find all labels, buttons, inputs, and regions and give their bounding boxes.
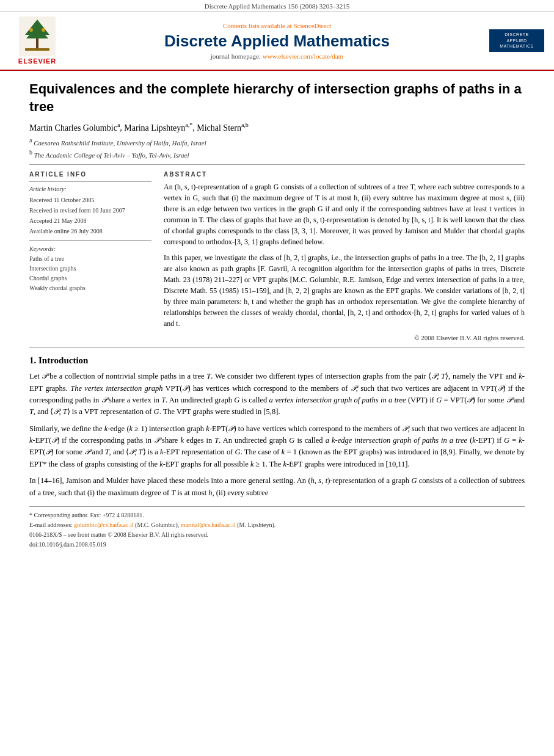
keywords-block: Keywords: Paths of a tree Intersection g… bbox=[29, 245, 151, 293]
left-column: ARTICLE INFO Article history: Received 1… bbox=[29, 171, 151, 341]
footnote-emails: E-mail addresses: golumbic@cs.haifa.ac.i… bbox=[29, 520, 525, 530]
journal-header-center: Contents lists available at ScienceDirec… bbox=[65, 22, 489, 60]
journal-homepage: journal homepage: www.elsevier.com/locat… bbox=[65, 53, 489, 60]
elsevier-tree-icon bbox=[19, 16, 56, 56]
article-body-two-col: ARTICLE INFO Article history: Received 1… bbox=[29, 171, 525, 341]
journal-header: ELSEVIER Contents lists available at Sci… bbox=[0, 12, 554, 71]
badge-text: DISCRETEAPPLIEDMATHEMATICS bbox=[492, 32, 542, 49]
journal-citation: Discrete Applied Mathematics 156 (2008) … bbox=[205, 2, 349, 10]
homepage-url[interactable]: www.elsevier.com/locate/dam bbox=[263, 53, 343, 60]
contents-label: Contents lists available at ScienceDirec… bbox=[223, 22, 331, 29]
keyword-4: Weakly chordal graphs bbox=[29, 283, 151, 293]
abstract-header: ABSTRACT bbox=[164, 171, 525, 178]
intro-section-title: 1. Introduction bbox=[29, 355, 525, 366]
abstract-text: An (h, s, t)-representation of a graph G… bbox=[164, 181, 525, 329]
footnote-corresponding: * Corresponding author. Fax: +972 4 8288… bbox=[29, 511, 525, 520]
intro-paragraph-1: Let 𝒫 be a collection of nontrivial simp… bbox=[29, 371, 525, 418]
elsevier-label: ELSEVIER bbox=[18, 57, 56, 65]
email-marinal[interactable]: marinal@cs.haifa.ac.il bbox=[181, 522, 236, 528]
article-info-block: Article history: Received 11 October 200… bbox=[29, 181, 151, 241]
elsevier-logo-area: ELSEVIER bbox=[10, 16, 65, 65]
intro-section-number: 1. bbox=[29, 355, 36, 365]
divider-2 bbox=[29, 347, 525, 348]
journal-title: Discrete Applied Mathematics bbox=[65, 32, 489, 51]
keyword-3: Chordal graphs bbox=[29, 274, 151, 283]
intro-section-label: Introduction bbox=[38, 355, 88, 365]
divider-1 bbox=[29, 164, 525, 165]
author-1: Martin Charles Golumbica, Marina Lipshte… bbox=[29, 123, 249, 133]
svg-point-5 bbox=[29, 28, 33, 32]
sciencedirect-link[interactable]: Contents lists available at ScienceDirec… bbox=[65, 22, 489, 29]
intro-paragraph-2: Similarly, we define the k-edge (k ≥ 1) … bbox=[29, 423, 525, 471]
keyword-2: Intersection graphs bbox=[29, 264, 151, 274]
abstract-paragraph-1: An (h, s, t)-representation of a graph G… bbox=[164, 181, 525, 247]
keyword-1: Paths of a tree bbox=[29, 254, 151, 264]
copyright: © 2008 Elsevier B.V. All rights reserved… bbox=[164, 334, 525, 341]
affiliation-b: b The Academic College of Tel-Aviv – Yaf… bbox=[29, 149, 525, 159]
svg-point-6 bbox=[42, 28, 45, 32]
homepage-label: journal homepage: bbox=[211, 53, 261, 60]
email-golumbic[interactable]: golumbic@cs.haifa.ac.il bbox=[74, 522, 133, 528]
top-bar: Discrete Applied Mathematics 156 (2008) … bbox=[0, 0, 554, 12]
keywords-label: Keywords: bbox=[29, 245, 151, 252]
right-column: ABSTRACT An (h, s, t)-representation of … bbox=[164, 171, 525, 341]
history-label: Article history: bbox=[29, 186, 151, 192]
article-title: Equivalences and the complete hierarchy … bbox=[29, 81, 525, 115]
svg-rect-1 bbox=[36, 38, 38, 49]
footnote-doi: doi:10.1016/j.dam.2008.05.019 bbox=[29, 540, 525, 550]
abstract-paragraph-2: In this paper, we investigate the class … bbox=[164, 252, 525, 329]
authors-line: Martin Charles Golumbica, Marina Lipshte… bbox=[29, 122, 525, 133]
footnote-issn: 0166-218X/$ – see front matter © 2008 El… bbox=[29, 530, 525, 540]
svg-rect-4 bbox=[25, 48, 49, 51]
main-content: Equivalences and the complete hierarchy … bbox=[0, 71, 554, 559]
intro-paragraph-3: In [14–16], Jamison and Mulder have plac… bbox=[29, 475, 525, 499]
journal-badge: DISCRETEAPPLIEDMATHEMATICS bbox=[489, 29, 544, 52]
footnote-area: * Corresponding author. Fax: +972 4 8288… bbox=[29, 506, 525, 550]
article-info-header: ARTICLE INFO bbox=[29, 171, 151, 178]
received-date: Received 11 October 2005 Received in rev… bbox=[29, 195, 151, 236]
affiliation-a: a Caesarea Rothschild Institute, Univers… bbox=[29, 137, 525, 147]
